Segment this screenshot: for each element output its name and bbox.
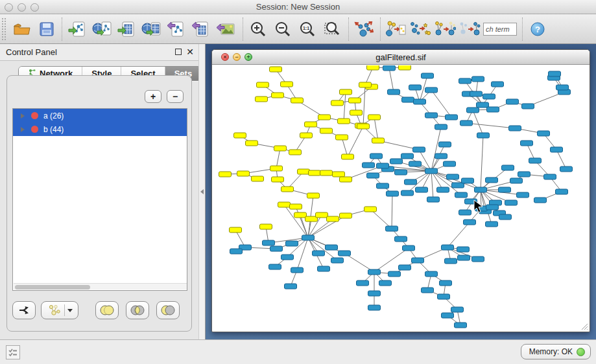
graph-node[interactable] <box>486 205 499 210</box>
graph-node[interactable] <box>427 197 440 202</box>
graph-node[interactable] <box>395 236 407 242</box>
graph-node[interactable] <box>502 165 514 170</box>
graph-node[interactable] <box>364 207 377 212</box>
graph-node[interactable] <box>455 192 468 198</box>
graph-node[interactable] <box>257 82 269 87</box>
graph-node[interactable] <box>560 166 573 172</box>
graph-node[interactable] <box>477 133 490 138</box>
graph-node[interactable] <box>459 210 471 215</box>
network-window[interactable]: × − + galFiltered.sif <box>211 49 590 332</box>
graph-node[interactable] <box>403 245 415 251</box>
help-button[interactable]: ? <box>527 17 549 41</box>
graph-node[interactable] <box>470 91 483 97</box>
graph-node[interactable] <box>440 280 452 286</box>
graph-node[interactable] <box>357 124 370 129</box>
scrollbar-thumb[interactable] <box>15 285 90 290</box>
graph-node[interactable] <box>331 258 344 263</box>
graph-node[interactable] <box>402 97 414 102</box>
graph-node[interactable] <box>395 170 407 175</box>
graph-node[interactable] <box>416 187 428 192</box>
graph-node[interactable] <box>368 291 381 296</box>
graph-node[interactable] <box>551 147 563 152</box>
graph-node[interactable] <box>544 174 556 179</box>
graph-node[interactable] <box>342 154 354 159</box>
export-selection-to-file-button[interactable] <box>385 17 407 41</box>
resize-grip-icon[interactable] <box>580 323 588 330</box>
graph-node[interactable] <box>472 76 484 82</box>
graph-node[interactable] <box>472 256 484 262</box>
union-sets-button[interactable] <box>95 301 119 319</box>
graph-node[interactable] <box>281 82 293 87</box>
add-set-button[interactable]: + <box>145 90 161 103</box>
panel-splitter[interactable] <box>198 44 206 339</box>
graph-node[interactable] <box>300 133 313 138</box>
graph-node[interactable] <box>367 65 379 70</box>
graph-node[interactable] <box>340 213 352 218</box>
graph-node[interactable] <box>318 115 331 120</box>
graph-node[interactable] <box>363 163 375 168</box>
memory-status-button[interactable]: Memory: OK <box>521 344 591 359</box>
zoom-in-button[interactable] <box>247 17 269 41</box>
graph-node[interactable] <box>422 73 434 78</box>
graph-node[interactable] <box>405 179 417 185</box>
graph-node[interactable] <box>340 177 352 182</box>
graph-node[interactable] <box>437 187 449 192</box>
graph-node[interactable] <box>425 87 438 93</box>
export-table-button[interactable] <box>189 17 211 41</box>
graph-node[interactable] <box>286 241 298 246</box>
graph-node[interactable] <box>370 154 383 159</box>
graph-node[interactable] <box>368 269 381 275</box>
expander-icon[interactable] <box>21 113 25 119</box>
graph-node[interactable] <box>291 98 304 103</box>
graph-node[interactable] <box>270 67 282 72</box>
graph-node[interactable] <box>379 280 392 286</box>
graph-node[interactable] <box>477 102 489 108</box>
graph-node[interactable] <box>534 198 547 203</box>
graph-node[interactable] <box>272 177 284 182</box>
graph-node[interactable] <box>414 99 426 104</box>
hide-selected-button[interactable] <box>459 17 481 41</box>
graph-node[interactable] <box>302 235 315 240</box>
graph-node[interactable] <box>529 158 542 163</box>
graph-node[interactable] <box>399 65 411 70</box>
import-table-file-button[interactable] <box>115 17 137 41</box>
graph-node[interactable] <box>331 100 344 106</box>
graph-node[interactable] <box>234 133 246 138</box>
graph-node[interactable] <box>475 187 487 192</box>
graph-node[interactable] <box>459 78 471 84</box>
graph-node[interactable] <box>350 110 363 115</box>
float-panel-button[interactable] <box>175 49 182 55</box>
graph-node[interactable] <box>556 85 569 90</box>
graph-node[interactable] <box>409 161 422 166</box>
graph-node[interactable] <box>401 154 414 159</box>
graph-node[interactable] <box>367 173 379 178</box>
graph-node[interactable] <box>289 150 302 155</box>
graph-node[interactable] <box>435 154 447 159</box>
graph-node[interactable] <box>377 163 389 168</box>
graph-node[interactable] <box>270 166 283 171</box>
graph-node[interactable] <box>409 85 422 90</box>
graph-node[interactable] <box>368 115 381 120</box>
zoom-out-button[interactable] <box>272 17 294 41</box>
graph-node[interactable] <box>517 192 529 198</box>
graph-node[interactable] <box>422 288 434 293</box>
graph-node[interactable] <box>230 249 243 254</box>
export-network-button[interactable] <box>165 17 187 41</box>
graph-node[interactable] <box>447 174 459 179</box>
intersect-sets-button[interactable] <box>126 301 149 319</box>
graph-node[interactable] <box>486 222 498 227</box>
graph-node[interactable] <box>270 246 283 251</box>
graph-node[interactable] <box>460 120 473 126</box>
graph-node[interactable] <box>464 220 476 225</box>
graph-node[interactable] <box>509 126 521 131</box>
graph-node[interactable] <box>425 113 438 118</box>
graph-node[interactable] <box>318 266 330 271</box>
graph-node[interactable] <box>507 99 519 104</box>
first-neighbors-button[interactable] <box>434 17 456 41</box>
graph-node[interactable] <box>442 245 454 250</box>
export-image-button[interactable] <box>214 17 236 41</box>
graph-node[interactable] <box>462 178 474 183</box>
graph-node[interactable] <box>340 89 352 95</box>
zoom-actual-size-button[interactable]: 1:1 <box>296 17 318 41</box>
difference-sets-button[interactable] <box>156 301 180 319</box>
